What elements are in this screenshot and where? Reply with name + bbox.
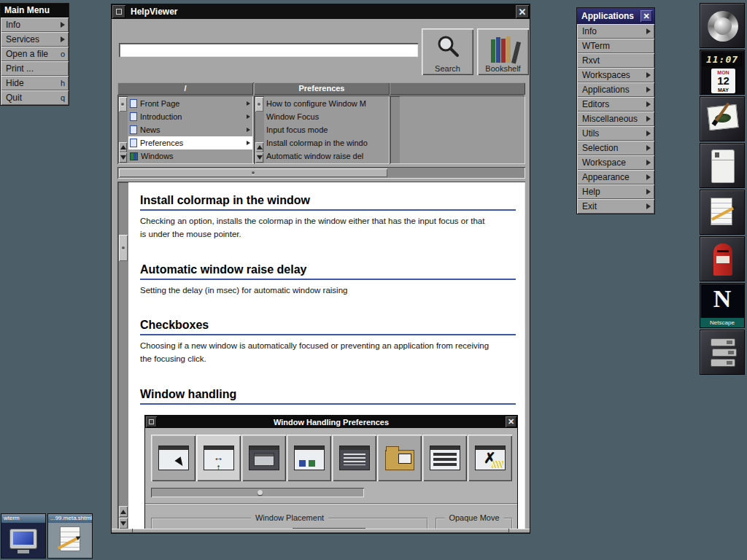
close-button[interactable]: ✕ <box>516 5 529 18</box>
document-icon <box>130 112 137 121</box>
helpviewer-titlebar[interactable]: HelpViewer ✕ <box>112 4 530 19</box>
help-content-area: Install colormap in the window Checking … <box>117 182 525 530</box>
browser-column-preferences: Preferences How to configure Window M Wi… <box>254 82 390 164</box>
scroll-up-button[interactable] <box>255 142 263 152</box>
browser-row-input-focus-mode[interactable]: Input focus mode <box>265 123 389 136</box>
column-scrollbar[interactable] <box>255 96 264 163</box>
browser-column-empty <box>390 82 525 164</box>
search-button-label: Search <box>435 64 460 73</box>
close-icon: ✕ <box>519 7 527 17</box>
dock-tile-netscape[interactable]: N Netscape <box>700 283 745 328</box>
document-icon <box>130 125 137 134</box>
applications-menu-title[interactable]: Applications ✕ <box>577 8 654 24</box>
column-header: Preferences <box>254 82 390 95</box>
browser-row-front-page[interactable]: Front Page <box>128 97 252 110</box>
calendar-date: 12 <box>711 75 735 88</box>
scrollbar-knob[interactable] <box>119 168 387 177</box>
postbox-icon <box>713 244 732 276</box>
document-icon <box>130 99 137 108</box>
arrow-down-icon <box>120 521 126 526</box>
scroll-up-button[interactable] <box>119 142 127 152</box>
main-menu-item-quit[interactable]: Quit q <box>1 90 69 105</box>
apps-item-info[interactable]: Info <box>577 24 654 39</box>
help-page: Install colormap in the window Checking … <box>129 182 525 529</box>
section-body: Setting the delay (in msec) for automati… <box>140 284 490 298</box>
branch-arrow-icon <box>247 141 250 145</box>
browser-row-automatic-raise[interactable]: Automatic window raise del <box>265 149 389 163</box>
column-scrollbar[interactable] <box>118 96 128 163</box>
section-body: Checking an option, installs the colorma… <box>140 215 490 241</box>
dock-tile-paint[interactable] <box>700 96 745 141</box>
scrollbar-knob[interactable] <box>255 97 263 112</box>
submenu-arrow-icon <box>646 28 651 34</box>
apps-item-appearance[interactable]: Appearance <box>577 170 654 184</box>
apps-item-exit[interactable]: Exit <box>577 199 654 214</box>
pref-icon-icons <box>287 435 331 481</box>
section-heading-window-handling: Window handling <box>140 388 516 405</box>
miniaturize-icon <box>116 9 122 15</box>
browser-row-window-focus[interactable]: Window Focus <box>265 110 389 123</box>
scroll-up-button[interactable] <box>119 506 128 517</box>
browser-row-how-to-configure[interactable]: How to configure Window M <box>265 97 389 110</box>
dock-tile-mail[interactable] <box>700 236 745 281</box>
browser-row-preferences[interactable]: Preferences <box>128 136 252 149</box>
miniwindow-shtml[interactable]: ...99.meta.shtml <box>47 513 93 559</box>
main-menu-item-services[interactable]: Services <box>1 32 69 47</box>
miniaturize-button[interactable] <box>112 5 125 18</box>
main-menu: Main Menu Info Services Open a file o Pr… <box>0 3 69 106</box>
dock-tile-appliance[interactable] <box>700 143 745 188</box>
arrow-up-icon <box>257 145 263 149</box>
dock-tile-disks[interactable] <box>700 330 745 375</box>
main-menu-item-hide[interactable]: Hide h <box>1 76 69 90</box>
separator <box>145 503 517 505</box>
dock-tile-windowmaker[interactable] <box>700 3 745 48</box>
browser-row-introduction[interactable]: Introduction <box>128 110 252 123</box>
miniwindow-wterm[interactable]: wterm <box>1 513 46 559</box>
apps-item-rxvt[interactable]: Rxvt <box>577 53 654 68</box>
section-body: Choosing if a new window is automaticall… <box>140 340 490 366</box>
dock-tile-notes[interactable] <box>700 190 745 235</box>
main-menu-item-open-a-file[interactable]: Open a file o <box>1 47 69 61</box>
main-menu-item-print[interactable]: Print ... <box>1 61 69 76</box>
apps-item-workspaces[interactable]: Workspaces <box>577 68 654 82</box>
dock-tile-clock[interactable]: 11:07 MON 12 MAY <box>700 50 745 95</box>
browser-horizontal-scrollbar[interactable] <box>117 167 525 179</box>
scroll-down-button[interactable] <box>119 518 128 529</box>
branch-arrow-icon <box>247 101 250 106</box>
screenshot-window-handling-preferences: Window Handling Preferences ✕ ↔↕ <box>144 415 518 529</box>
submenu-arrow-icon <box>646 72 651 78</box>
submenu-arrow-icon <box>646 203 651 209</box>
window-title: HelpViewer <box>131 7 177 17</box>
browser-row-install-colormap[interactable]: Install colormap in the windo <box>265 136 389 149</box>
scrollbar-knob[interactable] <box>119 97 127 112</box>
search-input[interactable] <box>119 43 418 57</box>
resize-bar[interactable] <box>112 529 530 533</box>
books-icon <box>130 152 138 160</box>
apps-item-help[interactable]: Help <box>577 184 654 199</box>
apps-item-miscellaneous[interactable]: Miscellaneous <box>577 112 654 126</box>
scroll-down-button[interactable] <box>119 152 127 163</box>
search-button[interactable]: Search <box>422 28 473 75</box>
apps-item-selection[interactable]: Selection <box>577 141 654 155</box>
apps-item-applications[interactable]: Applications <box>577 82 654 97</box>
browser-row-windows[interactable]: Windows <box>128 149 252 163</box>
apps-item-wterm[interactable]: WTerm <box>577 39 654 53</box>
column-scrollbar[interactable] <box>390 96 400 163</box>
apps-item-editors[interactable]: Editors <box>577 97 654 112</box>
main-menu-title[interactable]: Main Menu <box>1 4 69 18</box>
browser-row-news[interactable]: News <box>128 123 252 136</box>
apps-item-workspace[interactable]: Workspace <box>577 155 654 170</box>
scrollbar-knob[interactable] <box>119 235 128 261</box>
submenu-arrow-icon <box>646 145 651 151</box>
apps-item-utils[interactable]: Utils <box>577 126 654 141</box>
pref-icon-focus <box>151 435 196 481</box>
disk-icon <box>711 359 735 367</box>
netscape-n-icon: N <box>700 287 744 311</box>
menu-close-button[interactable]: ✕ <box>640 10 652 22</box>
disk-icon <box>712 349 737 357</box>
main-menu-item-info[interactable]: Info <box>1 18 69 32</box>
bookshelf-button[interactable]: Bookshelf <box>477 28 529 75</box>
content-vertical-scrollbar[interactable] <box>118 182 128 529</box>
branch-arrow-icon <box>247 128 250 132</box>
scroll-down-button[interactable] <box>255 152 263 163</box>
